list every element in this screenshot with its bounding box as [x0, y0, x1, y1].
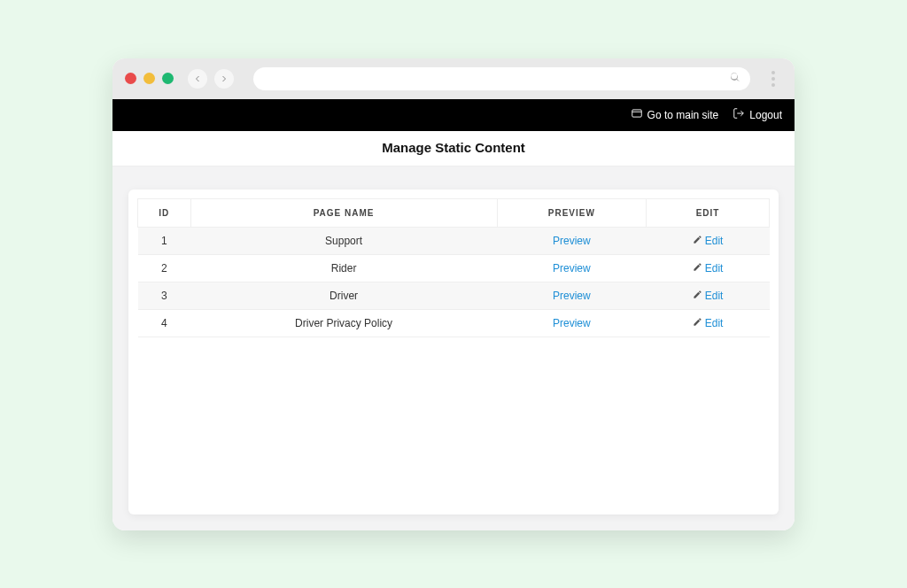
table-header-row: ID Page Name Preview Edit: [138, 198, 770, 227]
content-table: ID Page Name Preview Edit 1SupportPrevie…: [137, 198, 770, 337]
logout-icon: [733, 107, 745, 122]
back-button[interactable]: [188, 69, 207, 89]
pencil-icon: [693, 235, 702, 247]
header-edit: Edit: [647, 198, 770, 227]
preview-link[interactable]: Preview: [553, 290, 591, 302]
edit-label: Edit: [705, 262, 724, 275]
header-preview: Preview: [497, 198, 647, 227]
table-row: 1SupportPreviewEdit: [138, 227, 770, 254]
cell-page-name: Driver Privacy Policy: [190, 309, 497, 337]
browser-window: Go to main site Logout Manage Static Con…: [112, 58, 795, 530]
content-area: ID Page Name Preview Edit 1SupportPrevie…: [112, 166, 795, 530]
table-row: 2RiderPreviewEdit: [138, 254, 770, 282]
search-icon: [729, 71, 741, 87]
website-icon: [631, 107, 643, 122]
table-row: 3DriverPreviewEdit: [138, 282, 770, 309]
minimize-window-icon[interactable]: [143, 73, 155, 84]
cell-edit: Edit: [647, 254, 770, 282]
cell-edit: Edit: [647, 227, 770, 254]
table-card: ID Page Name Preview Edit 1SupportPrevie…: [128, 190, 779, 514]
cell-page-name: Rider: [190, 254, 497, 282]
close-window-icon[interactable]: [125, 73, 136, 84]
cell-edit: Edit: [647, 309, 770, 337]
main-site-link[interactable]: Go to main site: [631, 107, 719, 122]
maximize-window-icon[interactable]: [162, 73, 174, 84]
cell-id: 2: [138, 254, 191, 282]
edit-link[interactable]: Edit: [693, 235, 724, 247]
preview-link[interactable]: Preview: [553, 262, 591, 275]
header-id: ID: [138, 198, 191, 227]
edit-link[interactable]: Edit: [693, 262, 724, 275]
top-bar: Go to main site Logout: [112, 99, 795, 131]
cell-edit: Edit: [647, 282, 770, 309]
logout-link[interactable]: Logout: [733, 107, 782, 122]
edit-link[interactable]: Edit: [693, 290, 724, 302]
cell-preview: Preview: [497, 282, 647, 309]
header-page-name: Page Name: [190, 198, 497, 227]
menu-icon[interactable]: [764, 71, 782, 87]
cell-id: 4: [138, 309, 191, 337]
forward-button[interactable]: [214, 69, 234, 89]
browser-chrome: [112, 58, 795, 99]
cell-id: 3: [138, 282, 191, 309]
pencil-icon: [693, 290, 702, 302]
pencil-icon: [693, 317, 702, 329]
table-row: 4Driver Privacy PolicyPreviewEdit: [138, 309, 770, 337]
edit-label: Edit: [705, 317, 724, 329]
cell-preview: Preview: [497, 254, 647, 282]
cell-id: 1: [138, 227, 191, 254]
main-site-label: Go to main site: [647, 109, 719, 121]
cell-preview: Preview: [497, 227, 647, 254]
edit-link[interactable]: Edit: [693, 317, 724, 329]
preview-link[interactable]: Preview: [553, 317, 591, 329]
logout-label: Logout: [749, 109, 782, 121]
address-bar[interactable]: [253, 67, 750, 90]
preview-link[interactable]: Preview: [553, 235, 591, 247]
cell-page-name: Driver: [190, 282, 497, 309]
cell-page-name: Support: [190, 227, 497, 254]
page-title: Manage Static Content: [112, 131, 795, 166]
cell-preview: Preview: [497, 309, 647, 337]
edit-label: Edit: [705, 290, 724, 302]
svg-rect-0: [632, 110, 641, 117]
traffic-lights: [125, 73, 174, 84]
edit-label: Edit: [705, 235, 724, 247]
pencil-icon: [693, 262, 702, 275]
